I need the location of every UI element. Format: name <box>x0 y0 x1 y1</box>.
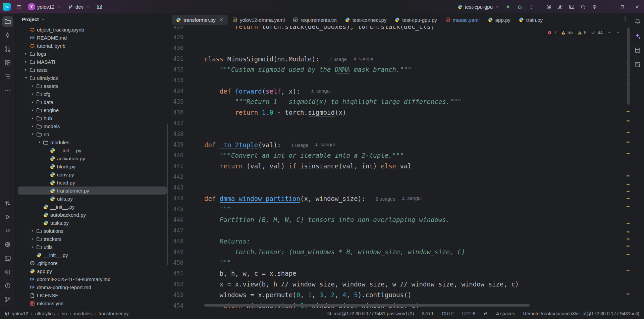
stripe-mark[interactable] <box>627 111 630 112</box>
stripe-mark[interactable] <box>627 294 630 295</box>
tree-item-transformer.py[interactable]: transformer.py <box>18 187 167 195</box>
tool-pull-requests[interactable] <box>2 44 13 54</box>
code-line[interactable]: 450 """ <box>169 257 631 268</box>
chevron-closed-icon[interactable]: ▸ <box>23 58 29 66</box>
debug-button[interactable] <box>514 1 525 12</box>
author-inlay[interactable]: sangui <box>310 86 331 96</box>
status-readonly-lock[interactable] <box>483 311 488 316</box>
code-line[interactable]: 452 x = x.view(b, h // window_size, wind… <box>169 279 631 289</box>
tree-item-ultralytics[interactable]: ▾ultralytics <box>18 74 167 82</box>
tree-item-tutorial.ipynb[interactable]: tutorial.ipynb <box>18 42 167 50</box>
tab-test-connect.py[interactable]: test-connect.py <box>341 15 390 25</box>
tool-database[interactable] <box>632 45 643 56</box>
code-line[interactable]: 447 <box>169 225 631 236</box>
tree-item-conv.py[interactable]: conv.py <box>18 170 167 178</box>
project-panel-header[interactable]: Project <box>15 13 169 25</box>
stripe-mark[interactable] <box>627 120 630 121</box>
tab-test-cpu-gpu.py[interactable]: test-cpu-gpu.py <box>391 15 440 25</box>
chevron-closed-icon[interactable]: ▸ <box>30 235 36 243</box>
breadcrumb-nn[interactable]: nn <box>62 311 67 316</box>
tree-item-engine[interactable]: ▸engine <box>18 106 167 114</box>
code-line[interactable]: 437 <box>169 118 631 128</box>
chevron-open-icon[interactable]: ▾ <box>37 138 42 146</box>
stripe-mark[interactable] <box>627 191 630 192</box>
tab-yolov12-dmma.yaml[interactable]: yolov12-dmma.yaml <box>228 15 288 25</box>
next-problem-button[interactable] <box>616 31 620 35</box>
tool-find[interactable] <box>2 198 13 209</box>
breadcrumb-modules[interactable]: modules <box>74 311 92 316</box>
tool-structure[interactable] <box>2 57 13 68</box>
tool-services[interactable] <box>2 267 13 277</box>
tree-item-object_tracking.ipynb[interactable]: object_tracking.ipynb <box>18 25 167 34</box>
author-inlay[interactable]: sangui <box>401 193 422 204</box>
tree-item-utils[interactable]: ▸utils <box>18 243 167 251</box>
chevron-closed-icon[interactable]: ▸ <box>30 90 36 98</box>
tree-item-__init__.py[interactable]: __init__.py <box>18 146 167 154</box>
tree-item-README.md[interactable]: README.md <box>18 34 167 42</box>
tree-item-hub[interactable]: ▸hub <box>18 114 167 122</box>
code-line[interactable]: 441 return (val, val) if isinstance(val,… <box>169 161 631 171</box>
tab-app.py[interactable]: app.py <box>484 15 514 25</box>
tree-item-commit-2025-11-19-summary.md[interactable]: commit-2025-11-19-summary.md <box>18 275 167 283</box>
tree-item-block.py[interactable]: block.py <box>18 162 167 170</box>
tree-item-dmma-porting-report.md[interactable]: dmma-porting-report.md <box>18 283 167 291</box>
tool-problems[interactable] <box>2 280 13 291</box>
tree-item-assets[interactable]: ▸assets <box>18 82 167 90</box>
tree-item-logs[interactable]: ▸logs <box>18 50 167 58</box>
stripe-mark[interactable] <box>627 184 630 185</box>
more-run-options-button[interactable] <box>526 1 536 12</box>
usages-inlay[interactable]: 1 usage <box>329 54 347 65</box>
stripe-mark[interactable] <box>627 142 630 143</box>
tool-version-control[interactable] <box>2 294 13 305</box>
tree-scrollbar[interactable] <box>167 124 168 265</box>
tool-notifications[interactable] <box>632 16 643 27</box>
tree-item-.gitignore[interactable]: .gitignore <box>18 259 167 267</box>
terminal-button[interactable] <box>566 1 577 12</box>
tree-item-modules[interactable]: ▾modules <box>18 138 167 146</box>
code-line[interactable]: 442 <box>169 171 631 182</box>
tool-bookmarks[interactable] <box>2 71 13 82</box>
tree-item-cfg[interactable]: ▸cfg <box>18 90 167 98</box>
code-line[interactable]: 440 """Convert an int or iterable into a… <box>169 150 631 161</box>
tool-python-console[interactable] <box>2 253 13 264</box>
chevron-closed-icon[interactable]: ▸ <box>30 98 36 106</box>
settings-button[interactable] <box>589 1 600 12</box>
code-line[interactable]: 453 windows = x.permute(0, 1, 3, 2, 4, 5… <box>169 289 631 300</box>
stripe-mark[interactable] <box>627 153 630 154</box>
tree-item-autobackend.py[interactable]: autobackend.py <box>18 211 167 219</box>
breadcrumb-yolov12[interactable]: yolov12 <box>12 311 28 316</box>
code-line[interactable]: 449 torch.Tensor: (num_windows * B, wind… <box>169 247 631 257</box>
chevron-closed-icon[interactable]: ▸ <box>30 106 36 114</box>
tree-item-__init__.py[interactable]: __init__.py <box>18 251 167 259</box>
tree-item-models[interactable]: ▸models <box>18 122 167 130</box>
tab-close-icon[interactable] <box>219 17 224 22</box>
usages-inlay[interactable]: 1 usage <box>291 140 309 151</box>
inspections-widget[interactable]: 7 55 8 44 <box>544 29 623 36</box>
code-line[interactable]: 444def dmma_window_partition(x, window_s… <box>169 193 631 204</box>
stripe-mark[interactable] <box>627 270 630 271</box>
code-line[interactable]: 438 <box>169 128 631 139</box>
chevron-closed-icon[interactable]: ▸ <box>30 82 36 90</box>
tool-ai-assistant[interactable] <box>632 31 643 41</box>
tree-item-data[interactable]: ▸data <box>18 98 167 106</box>
status-ssh-target[interactable]: root@172.30.0.177:9431 password (2) <box>326 311 414 316</box>
tab-transformer.py[interactable]: transformer.py <box>172 15 228 25</box>
tree-item-utils.py[interactable]: utils.py <box>18 195 167 203</box>
chevron-open-icon[interactable]: ▾ <box>23 74 29 82</box>
branch-selector[interactable]: dev <box>65 1 93 12</box>
tree-item-solutions[interactable]: ▸solutions <box>18 227 167 235</box>
tree-item-__init__.py[interactable]: __init__.py <box>18 203 167 211</box>
prev-problem-button[interactable] <box>607 31 611 35</box>
window-minimize-button[interactable] <box>600 0 614 13</box>
tree-item-trackers[interactable]: ▸trackers <box>18 235 167 243</box>
stripe-mark[interactable] <box>627 223 630 224</box>
author-inlay[interactable]: sangui <box>353 53 373 64</box>
chevron-closed-icon[interactable]: ▸ <box>30 114 36 122</box>
status-indent[interactable]: 4 spaces <box>496 311 515 316</box>
tree-item-app.py[interactable]: app.py <box>18 267 167 275</box>
tab-requirements.txt[interactable]: requirements.txt <box>289 15 340 25</box>
inspection-errors[interactable]: 7 <box>547 30 556 35</box>
tab-train.py[interactable]: train.py <box>515 15 546 25</box>
tool-more-tool-windows[interactable] <box>2 85 13 96</box>
code-line[interactable]: 446 Partition (B, H, W, C) tensors into … <box>169 214 631 225</box>
